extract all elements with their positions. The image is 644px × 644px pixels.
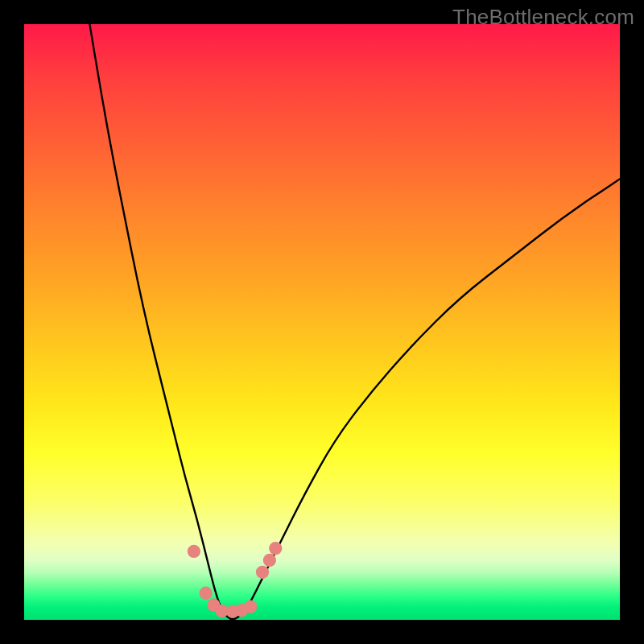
chart-svg — [24, 24, 620, 620]
data-marker — [200, 587, 213, 600]
bottleneck-curve — [89, 24, 620, 619]
plot-area — [24, 24, 620, 620]
data-marker — [256, 566, 269, 579]
data-marker — [188, 545, 200, 558]
data-marker — [269, 542, 282, 555]
data-marker — [244, 601, 257, 613]
data-marker — [263, 554, 276, 567]
data-markers — [188, 542, 283, 618]
chart-frame: TheBottleneck.com — [0, 0, 644, 644]
